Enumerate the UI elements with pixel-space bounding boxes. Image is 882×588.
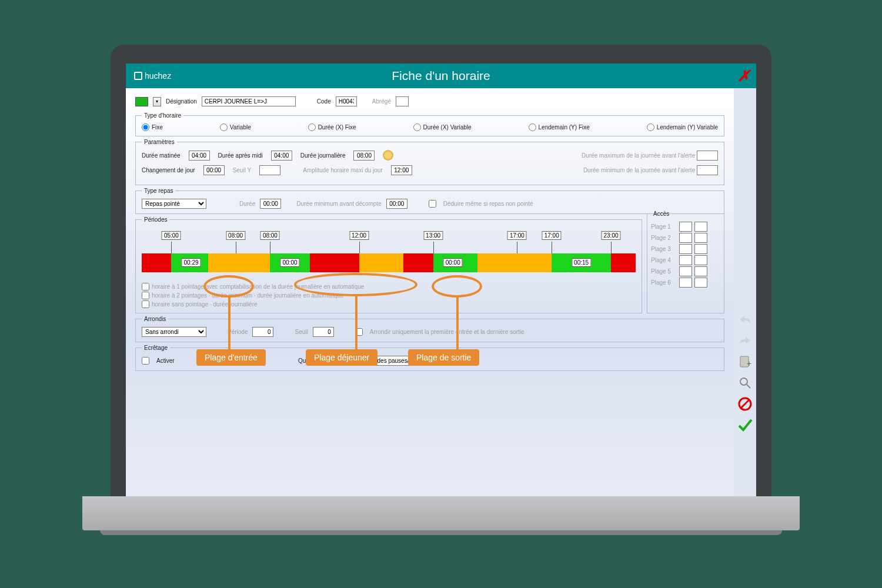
seuil-y-label: Seuil Y [233,167,252,173]
plage3-a[interactable] [679,244,692,254]
close-icon[interactable]: ✗ [737,67,750,85]
window-title: Fiche d'un horaire [392,69,490,83]
arrondis-seuil-input [313,327,334,337]
radio-duree-x-variable[interactable]: Durée (X) Variable [413,123,472,131]
acces-legend: Accès [651,211,671,217]
radio-lendemain-y-variable[interactable]: Lendemain (Y) Variable [647,123,718,131]
time-7[interactable]: 23:00 [601,231,620,240]
duree-am-input[interactable] [271,151,292,161]
plage3-b[interactable] [694,244,707,254]
arrondis-periode-label: Période [228,329,248,335]
repas-min-input [386,199,407,209]
seuil-y-input [259,165,280,175]
ecretage-group: Ecrêtage Activer Période Quand? Avant la… [135,345,724,371]
deduire-label: Déduire même si repas non pointé [443,201,533,207]
arrondis-seuil-label: Seuil [295,329,308,335]
repas-select[interactable]: Repas pointé [142,199,206,209]
chg-jour-input[interactable] [203,165,225,175]
bar-label-3[interactable]: 00:15 [572,258,591,267]
repas-legend: Type repas [142,188,175,194]
color-dropdown-icon[interactable]: ▾ [153,97,161,106]
plage5-a[interactable] [679,266,692,276]
time-0[interactable]: 05:00 [162,231,181,240]
redo-icon[interactable] [737,333,753,348]
plage1-a[interactable] [679,222,692,232]
search-icon[interactable] [737,375,753,390]
plage6-a[interactable] [679,278,692,288]
type-horaire-options: Fixe Variable Durée (X) Fixe Durée (X) V… [142,123,718,131]
timeline: 05:00 08:00 08:00 12:00 13:00 17:00 17:0… [142,231,636,279]
plage2-a[interactable] [679,233,692,243]
repas-group: Type repas Repas pointé Durée Durée mini… [135,188,724,214]
time-4[interactable]: 13:00 [423,231,443,240]
svg-line-5 [741,400,749,408]
svg-point-2 [740,378,747,385]
time-6[interactable]: 17:00 [542,231,562,240]
radio-duree-x-fixe[interactable]: Durée (X) Fixe [308,123,356,131]
duree-am-label: Durée après midi [218,152,263,159]
time-1[interactable]: 08:00 [226,231,245,240]
time-3[interactable]: 12:00 [349,231,369,240]
arrondis-legend: Arrondis [142,316,168,322]
params-legend: Paramètres [142,139,177,145]
min-alert-row: Durée minimum de la journée avant l'aler… [583,165,718,175]
designation-row: ▾ Désignation Code Abrégé [135,96,724,106]
plage2-b[interactable] [694,233,707,243]
code-input[interactable] [336,96,357,106]
duree-matinee-input[interactable] [189,151,210,161]
chk-sans-pointage[interactable] [142,300,149,308]
arrondis-select[interactable]: Sans arrondi [142,327,206,337]
svg-text:+: + [747,359,751,368]
plage1-b[interactable] [694,222,707,232]
chk-1-pointage[interactable] [142,283,149,290]
duree-jour-input[interactable] [353,151,375,161]
undo-icon[interactable] [737,312,753,327]
bar-label-0[interactable]: 00:29 [181,258,201,267]
clock-icon [383,150,393,161]
brand-text: huchez [145,71,171,81]
abrege-input[interactable] [396,96,409,106]
code-label: Code [317,98,331,105]
max-alert-input[interactable] [697,151,718,161]
time-5[interactable]: 17:00 [507,231,527,240]
acces-group: Accès Plage 1 Plage 2 Plage 3 Plage 4 Pl… [647,211,724,313]
duree-matinee-label: Durée matinée [142,152,181,159]
type-horaire-legend: Type d'horaire [142,112,183,119]
bar-label-2[interactable]: 00:00 [443,258,463,267]
color-swatch[interactable] [135,97,148,106]
radio-lendemain-y-fixe[interactable]: Lendemain (Y) Fixe [529,123,590,131]
bar-label-1[interactable]: 00:00 [280,258,299,267]
ecretage-activer-chk[interactable] [142,357,149,365]
arrondis-chk[interactable] [355,328,363,336]
periodes-legend: Périodes [142,216,169,223]
repas-min-label: Durée minimum avant décompte [296,201,382,207]
confirm-icon[interactable] [737,417,753,433]
ecretage-periode-input[interactable] [244,356,265,366]
plage5-b[interactable] [694,266,707,276]
brand-logo: huchez [134,71,171,81]
params-group: Paramètres Durée matinée Durée après mid… [135,139,724,185]
max-alert-row: Durée maximum de la journée avant l'aler… [582,151,718,161]
designation-input[interactable] [202,96,296,106]
add-icon[interactable]: + [737,354,753,369]
radio-variable[interactable]: Variable [220,123,251,131]
svg-line-3 [747,385,750,388]
arrondis-group: Arrondis Sans arrondi Période Seuil Arro… [135,316,724,342]
deduire-checkbox[interactable] [429,200,436,208]
arrondis-chk-label: Arrondir uniquement la première entrée e… [370,329,524,335]
plage4-b[interactable] [694,255,707,265]
plage4-a[interactable] [679,255,692,265]
min-alert-input[interactable] [697,165,718,175]
plage6-b[interactable] [694,278,707,288]
designation-label: Désignation [166,98,197,105]
ecretage-periode-label: Période [219,358,239,364]
radio-fixe[interactable]: Fixe [142,123,163,131]
chk-2-pointages[interactable] [142,292,149,299]
laptop-bezel: huchez Fiche d'un horaire ✗ ▾ Désignatio… [111,45,771,496]
arrondis-periode-input [252,327,273,337]
cancel-icon[interactable] [737,396,753,412]
time-2[interactable]: 08:00 [260,231,280,240]
repas-duree-input [260,199,281,209]
app-screen: huchez Fiche d'un horaire ✗ ▾ Désignatio… [126,64,756,496]
ecretage-quand-select[interactable]: Avant la déduction des pauses/repas [324,356,447,366]
